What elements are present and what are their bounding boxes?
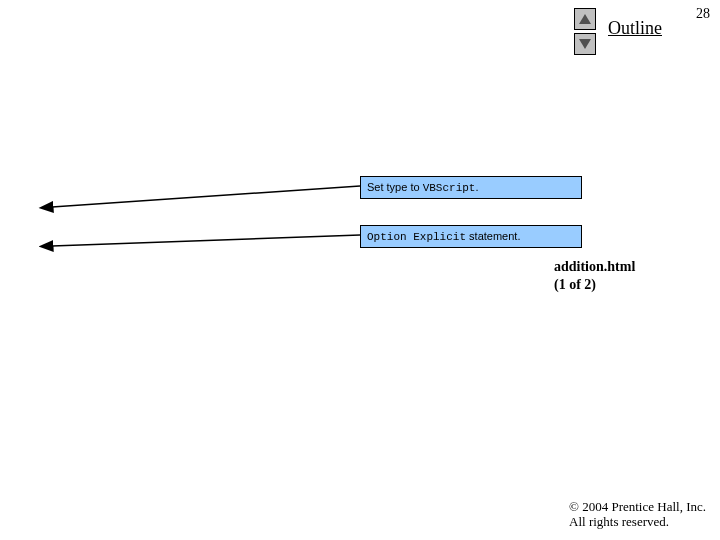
copyright: © 2004 Prentice Hall, Inc. All rights re… xyxy=(569,499,706,530)
callout-code: VBScript xyxy=(423,182,476,194)
svg-line-1 xyxy=(52,186,360,207)
file-page: (1 of 2) xyxy=(554,276,635,294)
svg-line-2 xyxy=(52,235,360,246)
callout-box-2: Option Explicit statement. xyxy=(360,225,582,248)
triangle-up-icon xyxy=(579,14,591,24)
callout-box-1: Set type to VBScript. xyxy=(360,176,582,199)
copyright-line1: © 2004 Prentice Hall, Inc. xyxy=(569,499,706,515)
callout-suffix: . xyxy=(475,181,478,193)
page-number: 28 xyxy=(696,6,710,22)
callout-text: Set type to xyxy=(367,181,423,193)
copyright-line2: All rights reserved. xyxy=(569,514,706,530)
nav-up-button[interactable] xyxy=(574,8,596,30)
triangle-down-icon xyxy=(579,39,591,49)
callout-code: Option Explicit xyxy=(367,231,466,243)
callout-suffix: statement. xyxy=(466,230,520,242)
nav-down-button[interactable] xyxy=(574,33,596,55)
outline-title: Outline xyxy=(608,18,662,39)
file-name: addition.html xyxy=(554,258,635,276)
file-info: addition.html (1 of 2) xyxy=(554,258,635,293)
